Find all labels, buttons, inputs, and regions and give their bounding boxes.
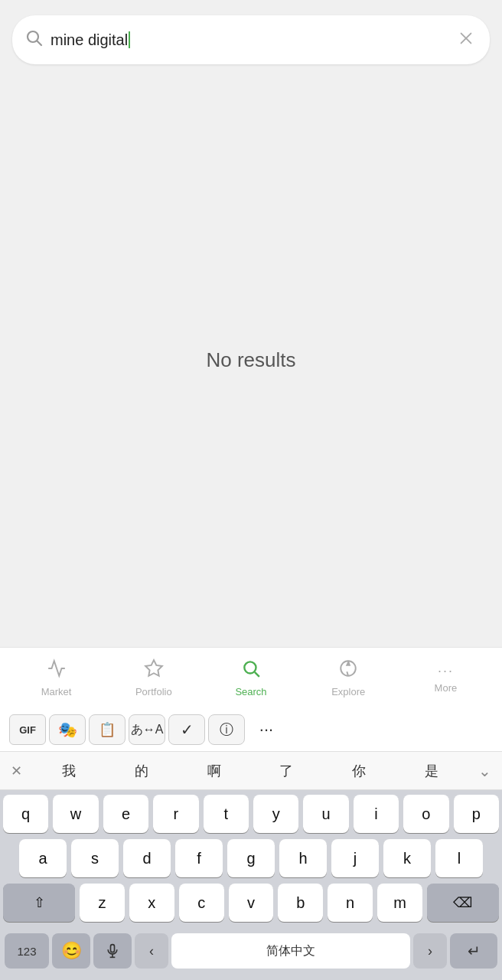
emoji-key[interactable]: 😊 — [52, 933, 90, 969]
num-key[interactable]: 123 — [5, 933, 49, 969]
main-content: No results — [0, 74, 502, 647]
key-d[interactable]: d — [123, 839, 171, 877]
keyboard-bottom-bar: 123 😊 ‹ 简体中文 › ↵ — [0, 928, 502, 974]
nav-label-search: Search — [235, 686, 266, 697]
more-icon: ··· — [438, 663, 454, 679]
key-r[interactable]: r — [153, 795, 198, 833]
cursor — [129, 31, 130, 48]
key-row-2: a s d f g h j k l — [3, 839, 499, 877]
explore-icon — [338, 658, 358, 683]
suggestion-1[interactable]: 我 — [33, 762, 106, 780]
arrow-left-key[interactable]: ‹ — [135, 933, 168, 969]
key-row-1: q w e r t y u i o p — [3, 795, 499, 833]
key-s[interactable]: s — [71, 839, 119, 877]
key-m[interactable]: m — [377, 884, 422, 922]
keyboard: GIF 🎭 📋 あ↔A ✓ ⓘ ··· ✕ 我 的 啊 了 你 是 ⌄ q w … — [0, 708, 502, 980]
key-v[interactable]: v — [229, 884, 274, 922]
market-icon — [47, 658, 67, 683]
nav-item-more[interactable]: ··· More — [397, 663, 494, 694]
no-results-text: No results — [206, 348, 295, 372]
key-b[interactable]: b — [278, 884, 323, 922]
info-button[interactable]: ⓘ — [208, 714, 245, 745]
svg-line-1 — [37, 41, 42, 46]
key-a[interactable]: a — [19, 839, 67, 877]
key-n[interactable]: n — [328, 884, 373, 922]
more-toolbar-button[interactable]: ··· — [248, 714, 285, 745]
gif-button[interactable]: GIF — [9, 714, 46, 745]
arrow-right-key[interactable]: › — [413, 933, 447, 969]
key-c[interactable]: c — [179, 884, 224, 922]
svg-line-6 — [255, 672, 259, 677]
lang-label: 简体中文 — [266, 943, 315, 959]
svg-point-5 — [244, 662, 256, 673]
key-k[interactable]: k — [383, 839, 431, 877]
nav-item-explore[interactable]: Explore — [300, 658, 397, 697]
key-h[interactable]: h — [279, 839, 327, 877]
nav-label-more: More — [435, 682, 458, 694]
bottom-nav: Market Portfolio Search Explore — [0, 647, 502, 708]
search-nav-icon — [241, 658, 261, 683]
key-o[interactable]: o — [403, 795, 448, 833]
keyboard-toolbar: GIF 🎭 📋 あ↔A ✓ ⓘ ··· — [0, 708, 502, 752]
clear-icon[interactable] — [455, 27, 478, 54]
portfolio-icon — [144, 658, 164, 683]
key-i[interactable]: i — [354, 795, 399, 833]
dismiss-suggestions-button[interactable]: ✕ — [0, 763, 33, 779]
key-row-3: ⇧ z x c v b n m ⌫ — [3, 884, 499, 922]
check-button[interactable]: ✓ — [168, 714, 205, 745]
nav-item-search[interactable]: Search — [202, 658, 299, 697]
mic-key[interactable] — [93, 933, 132, 969]
return-key[interactable]: ↵ — [450, 933, 497, 969]
nav-item-market[interactable]: Market — [8, 658, 105, 697]
keys-section: q w e r t y u i o p a s d f g h j k l ⇧ … — [0, 790, 502, 922]
key-p[interactable]: p — [454, 795, 499, 833]
svg-marker-4 — [145, 660, 162, 676]
delete-key[interactable]: ⌫ — [427, 884, 499, 922]
key-t[interactable]: t — [204, 795, 249, 833]
nav-label-market: Market — [41, 686, 72, 697]
key-w[interactable]: w — [53, 795, 98, 833]
svg-rect-11 — [111, 945, 115, 952]
key-f[interactable]: f — [175, 839, 223, 877]
key-y[interactable]: y — [253, 795, 298, 833]
key-l[interactable]: l — [435, 839, 483, 877]
shift-key[interactable]: ⇧ — [3, 884, 75, 922]
search-bar-container: mine digital — [0, 0, 502, 74]
nav-label-portfolio: Portfolio — [135, 686, 172, 697]
search-icon — [24, 28, 43, 51]
key-g[interactable]: g — [227, 839, 275, 877]
suggestions-row: ✕ 我 的 啊 了 你 是 ⌄ — [0, 752, 502, 790]
key-e[interactable]: e — [103, 795, 148, 833]
suggestion-5[interactable]: 你 — [323, 762, 396, 780]
language-key[interactable]: 简体中文 — [171, 933, 410, 969]
key-j[interactable]: j — [331, 839, 379, 877]
nav-item-portfolio[interactable]: Portfolio — [105, 658, 202, 697]
clipboard-button[interactable]: 📋 — [89, 714, 126, 745]
translate-button[interactable]: あ↔A — [129, 714, 165, 745]
key-u[interactable]: u — [303, 795, 348, 833]
key-z[interactable]: z — [80, 884, 125, 922]
suggestion-4[interactable]: 了 — [250, 762, 323, 780]
search-bar: mine digital — [12, 15, 490, 64]
search-query-text: mine digital — [51, 31, 128, 49]
suggestion-2[interactable]: 的 — [106, 762, 178, 780]
sticker-button[interactable]: 🎭 — [49, 714, 86, 745]
suggestion-3[interactable]: 啊 — [178, 762, 250, 780]
key-q[interactable]: q — [3, 795, 48, 833]
num-label: 123 — [17, 945, 36, 958]
key-x[interactable]: x — [129, 884, 174, 922]
search-input[interactable]: mine digital — [51, 31, 455, 49]
nav-label-explore: Explore — [331, 686, 365, 697]
expand-suggestions-button[interactable]: ⌄ — [468, 762, 502, 780]
suggestion-6[interactable]: 是 — [395, 762, 468, 780]
